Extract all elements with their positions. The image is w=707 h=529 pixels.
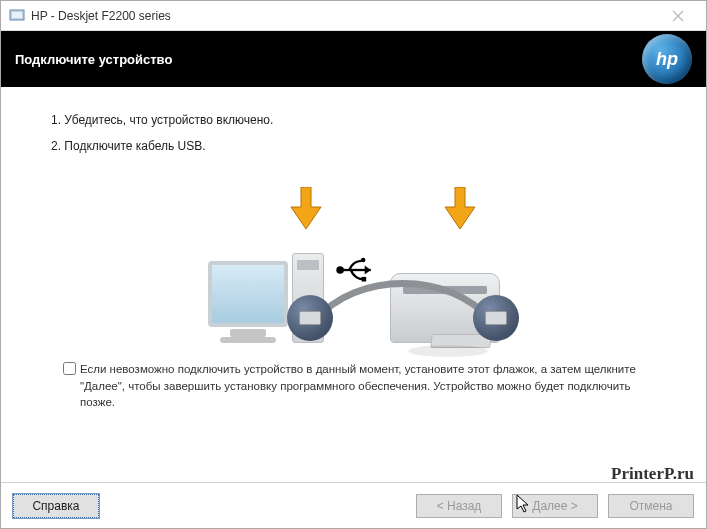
arrow-down-icon: [289, 187, 323, 231]
svg-point-3: [360, 258, 365, 263]
usb-connector-b-icon: [473, 295, 519, 341]
step-1: 1. Убедитесь, что устройство включено.: [51, 113, 656, 127]
wizard-header: Подключите устройство hp: [1, 31, 706, 87]
svg-rect-1: [12, 12, 22, 18]
usb-cable-icon: [295, 277, 511, 337]
titlebar: HP - Deskjet F2200 series: [1, 1, 706, 31]
hp-logo-icon: hp: [642, 34, 692, 84]
window-title: HP - Deskjet F2200 series: [31, 9, 171, 23]
help-button[interactable]: Справка: [13, 494, 99, 518]
connect-later-row[interactable]: Если невозможно подключить устройство в …: [63, 361, 644, 411]
cancel-button[interactable]: Отмена: [608, 494, 694, 518]
content-area: 1. Убедитесь, что устройство включено. 2…: [1, 87, 706, 419]
arrow-down-icon: [443, 187, 477, 231]
watermark: PrinterP.ru: [611, 464, 694, 484]
wizard-heading: Подключите устройство: [15, 52, 172, 67]
instruction-list: 1. Убедитесь, что устройство включено. 2…: [51, 113, 656, 153]
app-icon: [9, 8, 25, 24]
connect-later-checkbox[interactable]: [63, 362, 76, 375]
back-button[interactable]: < Назад: [416, 494, 502, 518]
next-button[interactable]: Далее >: [512, 494, 598, 518]
step-2: 2. Подключите кабель USB.: [51, 139, 656, 153]
close-button[interactable]: [658, 2, 698, 30]
connect-later-label: Если невозможно подключить устройство в …: [80, 361, 644, 411]
connection-diagram: [51, 183, 656, 343]
wizard-footer: Справка < Назад Далее > Отмена: [1, 482, 706, 528]
usb-connector-a-icon: [287, 295, 333, 341]
